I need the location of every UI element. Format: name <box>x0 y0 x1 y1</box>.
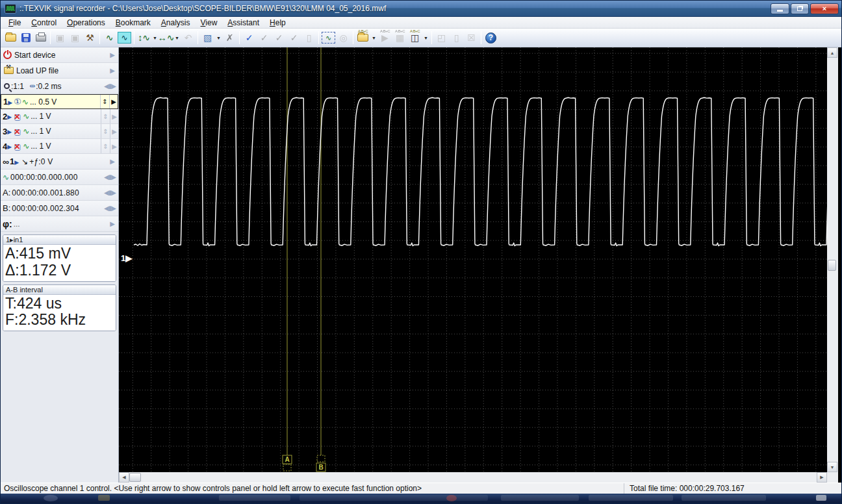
start-device-row[interactable]: Start device ▶ <box>1 47 118 63</box>
channel-expand-button[interactable]: ▶ <box>109 95 118 108</box>
close-button[interactable]: × <box>810 3 839 14</box>
open-file-button[interactable] <box>3 30 18 45</box>
scroll-left-button[interactable]: ◀ <box>119 472 129 483</box>
trigger-row[interactable]: ∞ 1▶ ↘ +ƒ:0 V ▶ <box>1 154 118 170</box>
vertical-scale-button[interactable]: ↕∿ <box>136 30 151 45</box>
menu-item-help[interactable]: Help <box>264 18 291 28</box>
power-icon <box>3 51 12 59</box>
horizontal-scroll-track[interactable] <box>141 472 817 483</box>
cursor-a-handle[interactable]: A <box>283 455 292 471</box>
menu-item-assistant[interactable]: Assistant <box>222 18 264 28</box>
scope-canvas[interactable]: 1▶AB <box>119 47 827 472</box>
channel1-zero-marker[interactable]: 1▶ <box>121 253 133 263</box>
step-nav-icon[interactable]: ◀▮▶ <box>104 189 116 196</box>
horizontal-scroll-thumb[interactable] <box>129 473 141 482</box>
timebase-icon: ⇹ <box>29 82 35 90</box>
windows-taskbar <box>1 494 841 503</box>
panel-header[interactable]: 1▸in1 <box>3 235 116 245</box>
menu-item-view[interactable]: View <box>196 18 223 28</box>
menu-item-bookmark[interactable]: Bookmark <box>110 18 156 28</box>
channel-1-row[interactable]: 1▶ ① ∿ ... 0.5 V ⇕▶ <box>1 94 118 109</box>
magnifier-icon <box>4 83 10 89</box>
panel-header[interactable]: A-B interval <box>3 285 116 295</box>
print-button[interactable] <box>33 30 48 45</box>
undo-icon: ↶ <box>185 32 192 43</box>
channel-number: 3 <box>3 127 7 136</box>
input-disabled-icon[interactable]: ▢✕ <box>13 127 21 136</box>
step-nav-icon[interactable]: ◀▮▶ <box>104 205 116 212</box>
channel-number: 2 <box>3 112 7 121</box>
cursor-b-handle[interactable]: B <box>316 455 325 472</box>
input-disabled-icon[interactable]: ▢✕ <box>13 112 21 121</box>
abc-open-file-dropdown[interactable]: ▼ <box>370 30 377 45</box>
probe-wave-icon: ∿ <box>22 97 29 107</box>
zoom-timebase-row[interactable]: :1:1 ⇹ :0.2 ms ◀▮▶ <box>1 79 118 94</box>
scroll-right-button[interactable]: ▶ <box>817 472 827 483</box>
abc-window-button[interactable]: ◫A:B+C <box>407 30 422 45</box>
page-copy-button: ▯ <box>449 30 464 45</box>
undo-button: ↶ <box>181 30 196 45</box>
signal-pulse-button[interactable]: ∿ <box>102 30 117 45</box>
scrollbar-corner <box>827 472 838 483</box>
titlebar: :.TEXVIK signal recorder - C:\Users\Jose… <box>1 1 841 17</box>
delete-page-button: ☒ <box>464 30 479 45</box>
scope-column: 1▶AB ◀ ▶ <box>119 47 827 483</box>
menu-item-file[interactable]: File <box>3 18 26 28</box>
channel-2-row[interactable]: 2▶ ▢✕ ∿ ... 1 V ⇕▶ <box>1 109 118 124</box>
restore-button[interactable] <box>791 3 809 14</box>
apply-check-button[interactable]: ✓ <box>242 30 257 45</box>
selection-chart-button[interactable]: ∿ <box>321 30 336 45</box>
minimize-button[interactable] <box>771 3 789 14</box>
tools-hammer-button[interactable]: ⚒ <box>83 30 97 45</box>
select-waveform-button[interactable]: ∿ <box>117 30 132 45</box>
vertical-scroll-thumb[interactable] <box>828 260 836 271</box>
phase-value: ... <box>14 220 20 229</box>
channel-4-row[interactable]: 4▶ ▢✕ ∿ ... 1 V ⇕▶ <box>1 139 118 154</box>
channel-number: 4 <box>3 142 7 151</box>
interval-time-value: T:424 us <box>5 296 114 312</box>
cursor-b-row[interactable]: B: 000:00:00.002.304 ◀▮▶ <box>1 201 118 216</box>
input-select-icon[interactable]: ① <box>14 97 21 107</box>
probe-wave-icon: ∿ <box>23 112 29 121</box>
channel1-trace <box>134 97 827 246</box>
horizontal-scrollbar[interactable]: ◀ ▶ <box>119 472 827 483</box>
input-disabled-icon[interactable]: ▢✕ <box>13 142 21 151</box>
abc-open-file-button[interactable]: A:B+C <box>355 30 370 45</box>
position-row[interactable]: ∿ 000:00:00.000.000 ◀▮▶ <box>1 170 118 185</box>
vertical-scrollbar[interactable]: ▲ ▼ <box>827 47 838 483</box>
horizontal-scale-button[interactable]: ↔∿ <box>159 30 173 45</box>
menu-item-operations[interactable]: Operations <box>62 18 110 28</box>
window-chart-icon: ◰ <box>437 32 446 43</box>
load-up-file-row[interactable]: Load UP file ▶ <box>1 63 118 79</box>
scroll-down-button[interactable]: ▼ <box>827 462 837 472</box>
scroll-up-button[interactable]: ▲ <box>827 47 837 58</box>
abc-micro-label: A:B+C <box>355 29 370 33</box>
step-nav-icon[interactable]: ◀▮▶ <box>104 173 116 181</box>
menu-item-analysis[interactable]: Analysis <box>156 18 196 28</box>
expand-arrow-icon[interactable]: ▶ <box>110 67 116 74</box>
apply-check-icon: ✓ <box>246 32 253 43</box>
cursor-b-label: B: <box>3 203 10 213</box>
measurements-chart-button[interactable]: ▧ <box>200 30 215 45</box>
menu-item-control[interactable]: Control <box>26 18 62 28</box>
channel-updown-button[interactable]: ⇕ <box>101 95 109 108</box>
copy-image-button: ▣ <box>68 30 83 45</box>
expand-arrow-icon[interactable]: ▶ <box>110 158 116 165</box>
horizontal-scale-dropdown[interactable]: ▼ <box>173 30 181 45</box>
vertical-scroll-track[interactable] <box>827 58 838 462</box>
phase-row[interactable]: φ: ... ▶ <box>1 216 118 232</box>
save-file-button[interactable] <box>18 30 33 45</box>
zoom-chart-button: ◎ <box>336 30 351 45</box>
measurements-chart-dropdown[interactable]: ▼ <box>215 30 222 45</box>
channel-3-row[interactable]: 3▶ ▢✕ ∿ ... 1 V ⇕▶ <box>1 124 118 139</box>
help-button[interactable]: ? <box>483 30 498 45</box>
step-nav-icon[interactable]: ◀▮▶ <box>104 82 116 90</box>
cursor-a-value: 000:00:00.001.880 <box>12 188 79 197</box>
oscilloscope-display[interactable]: 1▶AB <box>119 47 827 472</box>
signal-pulse-icon: ∿ <box>106 32 114 43</box>
cursor-a-row[interactable]: A: 000:00:00.001.880 ◀▮▶ <box>1 185 118 201</box>
expand-arrow-icon[interactable]: ▶ <box>110 51 116 58</box>
abc-window-dropdown[interactable]: ▼ <box>422 30 429 45</box>
abc-micro-label: A:B+C <box>407 29 422 33</box>
expand-arrow-icon[interactable]: ▶ <box>110 220 116 227</box>
